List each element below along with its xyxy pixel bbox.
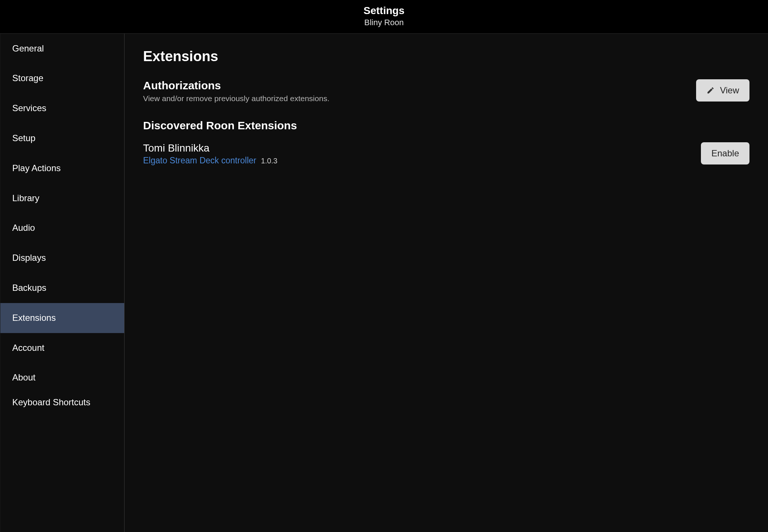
sidebar-item-storage[interactable]: Storage (0, 63, 124, 93)
sidebar-item-audio[interactable]: Audio (0, 213, 124, 243)
authorizations-title: Authorizations (143, 79, 330, 92)
header-subtitle: Bliny Roon (0, 18, 768, 27)
sidebar-item-play-actions[interactable]: Play Actions (0, 153, 124, 183)
authorizations-section: Authorizations View and/or remove previo… (143, 79, 749, 103)
header: Settings Bliny Roon (0, 0, 768, 34)
view-button-label: View (720, 85, 739, 96)
sidebar-item-setup[interactable]: Setup (0, 123, 124, 153)
sidebar-item-library[interactable]: Library (0, 183, 124, 213)
sidebar-item-keyboard-shortcuts[interactable]: Keyboard Shortcuts (0, 393, 124, 412)
sidebar-item-about[interactable]: About (0, 363, 124, 393)
sidebar-item-account[interactable]: Account (0, 333, 124, 363)
sidebar-item-general[interactable]: General (0, 34, 124, 64)
settings-window: Settings Bliny Roon General Storage Serv… (0, 0, 768, 532)
sidebar-item-services[interactable]: Services (0, 93, 124, 123)
extension-info: Tomi Blinnikka Elgato Stream Deck contro… (143, 142, 277, 166)
sidebar: General Storage Services Setup Play Acti… (0, 34, 125, 532)
page-title: Extensions (143, 49, 749, 64)
sidebar-item-displays[interactable]: Displays (0, 243, 124, 273)
enable-extension-button[interactable]: Enable (701, 142, 749, 164)
discovered-extensions-title: Discovered Roon Extensions (143, 119, 749, 132)
sidebar-item-backups[interactable]: Backups (0, 273, 124, 303)
authorizations-desc: View and/or remove previously authorized… (143, 94, 330, 103)
extension-row: Tomi Blinnikka Elgato Stream Deck contro… (143, 142, 749, 166)
main-content: Extensions Authorizations View and/or re… (125, 34, 768, 532)
enable-button-label: Enable (711, 148, 739, 159)
header-title: Settings (0, 4, 768, 17)
pencil-icon (706, 86, 715, 94)
extension-name-link[interactable]: Elgato Stream Deck controller (143, 156, 256, 165)
extension-author: Tomi Blinnikka (143, 142, 277, 154)
sidebar-item-extensions[interactable]: Extensions (0, 303, 124, 333)
body: General Storage Services Setup Play Acti… (0, 34, 768, 532)
extension-version: 1.0.3 (261, 157, 277, 165)
extension-name-line: Elgato Stream Deck controller 1.0.3 (143, 156, 277, 166)
authorizations-text: Authorizations View and/or remove previo… (143, 79, 330, 103)
view-authorizations-button[interactable]: View (696, 79, 749, 102)
